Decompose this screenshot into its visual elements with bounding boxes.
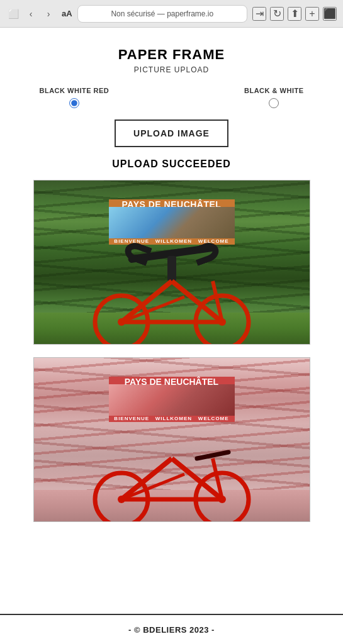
browser-nav-buttons: ⬜ ‹ › <box>6 7 55 21</box>
forward-button[interactable]: › <box>42 7 55 21</box>
footer: - © BDELIERS 2023 - <box>0 614 343 644</box>
sidebar-toggle-button[interactable]: ⬜ <box>6 7 20 21</box>
tabs-button[interactable]: ⬛ <box>323 7 337 21</box>
upload-status: UPLOAD SUCCEEDED <box>112 158 230 170</box>
option1-label: BLACK WHITE RED <box>40 87 110 94</box>
options-row: BLACK WHITE RED BLACK & WHITE <box>33 87 310 108</box>
address-bar[interactable]: Non sécurisé — paperframe.io <box>77 5 247 23</box>
browser-chrome: ⬜ ‹ › aA Non sécurisé — paperframe.io ⇥ … <box>0 0 343 28</box>
option1-radio[interactable] <box>69 98 79 108</box>
back-button[interactable]: ‹ <box>24 7 38 21</box>
filtered-image-container: PAYS DE NEUCHÂTEL BIENVENUE WILLKOMEN WE… <box>33 357 310 522</box>
option-group-bwr: BLACK WHITE RED <box>40 87 110 108</box>
svg-line-7 <box>121 297 184 322</box>
sign-filtered: PAYS DE NEUCHÂTEL BIENVENUE WILLKOMEN WE… <box>109 377 235 422</box>
page-subtitle: PICTURE UPLOAD <box>134 65 209 74</box>
page-title: PAPER FRAME <box>118 47 225 63</box>
main-content: PAPER FRAME PICTURE UPLOAD BLACK WHITE R… <box>0 28 343 614</box>
svg-line-16 <box>121 474 184 499</box>
bike-frame-svg <box>84 262 260 344</box>
sign-image-filtered <box>109 384 235 416</box>
new-tab-button[interactable]: + <box>305 7 319 21</box>
reload-button[interactable]: ↻ <box>270 7 284 21</box>
bike-filtered <box>47 440 297 521</box>
sign-top-original: PAYS DE NEUCHÂTEL <box>109 199 235 207</box>
option-group-bw: BLACK & WHITE <box>244 87 304 108</box>
footer-copyright: - © BDELIERS 2023 - <box>128 625 215 635</box>
browser-action-buttons: ⇥ ↻ ⬆ + ⬛ <box>252 7 337 21</box>
svg-line-18 <box>197 452 228 458</box>
option2-radio[interactable] <box>269 98 279 108</box>
share-extension-button[interactable]: ⇥ <box>252 7 266 21</box>
sign-bottom-filtered: BIENVENUE WILLKOMEN WELCOME <box>109 416 235 422</box>
original-photo: PAYS DE NEUCHÂTEL BIENVENUE WILLKOMEN WE… <box>34 180 310 344</box>
share-button[interactable]: ⬆ <box>288 7 301 21</box>
bike-frame <box>84 262 260 344</box>
bike-filtered-svg <box>47 440 297 521</box>
sign-top-filtered: PAYS DE NEUCHÂTEL <box>109 377 235 384</box>
url-text: Non sécurisé — paperframe.io <box>111 9 213 18</box>
upload-image-button[interactable]: UPLOAD IMAGE <box>115 119 228 147</box>
filtered-photo: PAYS DE NEUCHÂTEL BIENVENUE WILLKOMEN WE… <box>34 358 310 521</box>
original-image-container: PAYS DE NEUCHÂTEL BIENVENUE WILLKOMEN WE… <box>33 180 310 345</box>
text-size-button[interactable]: aA <box>62 9 72 18</box>
option2-label: BLACK & WHITE <box>244 87 304 94</box>
bike-original <box>71 231 273 344</box>
